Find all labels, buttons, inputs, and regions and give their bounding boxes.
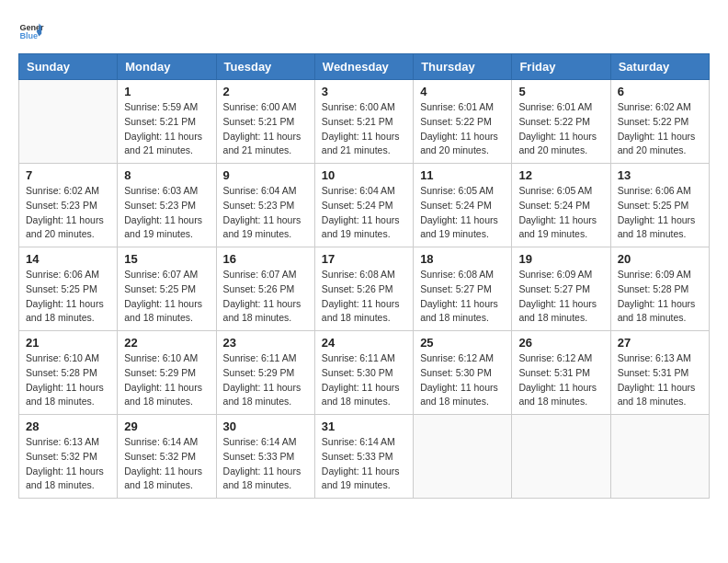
day-cell: 10Sunrise: 6:04 AMSunset: 5:24 PMDayligh… <box>314 164 413 247</box>
day-cell: 14Sunrise: 6:06 AMSunset: 5:25 PMDayligh… <box>19 247 118 331</box>
day-cell: 3Sunrise: 6:00 AMSunset: 5:21 PMDaylight… <box>314 80 413 164</box>
day-number: 21 <box>26 336 110 350</box>
day-cell: 19Sunrise: 6:09 AMSunset: 5:27 PMDayligh… <box>512 247 610 331</box>
day-cell: 6Sunrise: 6:02 AMSunset: 5:22 PMDaylight… <box>610 80 709 164</box>
day-number: 7 <box>26 168 110 182</box>
day-info: Sunrise: 6:09 AMSunset: 5:27 PMDaylight:… <box>518 268 603 326</box>
week-row-3: 14Sunrise: 6:06 AMSunset: 5:25 PMDayligh… <box>19 247 710 331</box>
day-info: Sunrise: 6:12 AMSunset: 5:31 PMDaylight:… <box>518 351 603 409</box>
day-cell: 9Sunrise: 6:04 AMSunset: 5:23 PMDaylight… <box>216 164 314 247</box>
day-info: Sunrise: 6:11 AMSunset: 5:30 PMDaylight:… <box>322 351 406 409</box>
day-cell: 21Sunrise: 6:10 AMSunset: 5:28 PMDayligh… <box>19 331 118 415</box>
day-number: 28 <box>26 419 110 433</box>
day-cell <box>512 415 610 499</box>
day-number: 18 <box>420 252 505 266</box>
day-info: Sunrise: 6:13 AMSunset: 5:31 PMDaylight:… <box>618 351 702 409</box>
header-cell-tuesday: Tuesday <box>216 54 314 80</box>
calendar-body: 1Sunrise: 5:59 AMSunset: 5:21 PMDaylight… <box>19 80 710 499</box>
day-info: Sunrise: 6:04 AMSunset: 5:24 PMDaylight:… <box>322 184 406 242</box>
day-number: 27 <box>618 336 702 350</box>
week-row-2: 7Sunrise: 6:02 AMSunset: 5:23 PMDaylight… <box>19 164 710 247</box>
day-cell: 2Sunrise: 6:00 AMSunset: 5:21 PMDaylight… <box>216 80 314 164</box>
day-cell: 29Sunrise: 6:14 AMSunset: 5:32 PMDayligh… <box>118 415 216 499</box>
day-cell: 28Sunrise: 6:13 AMSunset: 5:32 PMDayligh… <box>19 415 118 499</box>
logo: General Blue <box>18 18 44 44</box>
day-number: 2 <box>223 85 308 98</box>
day-cell: 1Sunrise: 5:59 AMSunset: 5:21 PMDaylight… <box>118 80 216 164</box>
day-info: Sunrise: 6:14 AMSunset: 5:32 PMDaylight:… <box>124 435 209 493</box>
day-number: 1 <box>124 85 209 98</box>
day-number: 16 <box>223 252 308 266</box>
day-number: 24 <box>322 336 406 350</box>
day-number: 10 <box>322 168 406 182</box>
day-info: Sunrise: 6:09 AMSunset: 5:28 PMDaylight:… <box>618 268 702 326</box>
day-number: 11 <box>420 168 505 182</box>
day-info: Sunrise: 6:04 AMSunset: 5:23 PMDaylight:… <box>223 184 308 242</box>
day-cell: 23Sunrise: 6:11 AMSunset: 5:29 PMDayligh… <box>216 331 314 415</box>
day-info: Sunrise: 6:00 AMSunset: 5:21 PMDaylight:… <box>223 100 308 158</box>
header-cell-sunday: Sunday <box>19 54 118 80</box>
week-row-5: 28Sunrise: 6:13 AMSunset: 5:32 PMDayligh… <box>19 415 710 499</box>
day-cell: 13Sunrise: 6:06 AMSunset: 5:25 PMDayligh… <box>610 164 709 247</box>
day-number: 19 <box>518 252 603 266</box>
day-cell <box>19 80 118 164</box>
day-number: 31 <box>322 419 406 433</box>
day-cell: 24Sunrise: 6:11 AMSunset: 5:30 PMDayligh… <box>314 331 413 415</box>
day-number: 14 <box>26 252 110 266</box>
day-number: 22 <box>124 336 209 350</box>
header-cell-monday: Monday <box>118 54 216 80</box>
svg-text:Blue: Blue <box>19 31 38 40</box>
day-cell: 27Sunrise: 6:13 AMSunset: 5:31 PMDayligh… <box>610 331 709 415</box>
day-cell: 8Sunrise: 6:03 AMSunset: 5:23 PMDaylight… <box>118 164 216 247</box>
day-info: Sunrise: 6:07 AMSunset: 5:26 PMDaylight:… <box>223 268 308 326</box>
day-info: Sunrise: 6:13 AMSunset: 5:32 PMDaylight:… <box>26 435 110 493</box>
day-number: 4 <box>420 85 505 98</box>
day-info: Sunrise: 6:08 AMSunset: 5:26 PMDaylight:… <box>322 268 406 326</box>
day-cell: 30Sunrise: 6:14 AMSunset: 5:33 PMDayligh… <box>216 415 314 499</box>
day-info: Sunrise: 6:03 AMSunset: 5:23 PMDaylight:… <box>124 184 209 242</box>
header-row: SundayMondayTuesdayWednesdayThursdayFrid… <box>19 54 710 80</box>
day-info: Sunrise: 6:14 AMSunset: 5:33 PMDaylight:… <box>223 435 308 493</box>
day-number: 12 <box>518 168 603 182</box>
day-cell: 11Sunrise: 6:05 AMSunset: 5:24 PMDayligh… <box>414 164 512 247</box>
day-number: 26 <box>518 336 603 350</box>
day-info: Sunrise: 6:07 AMSunset: 5:25 PMDaylight:… <box>124 268 209 326</box>
day-cell: 16Sunrise: 6:07 AMSunset: 5:26 PMDayligh… <box>216 247 314 331</box>
day-info: Sunrise: 6:14 AMSunset: 5:33 PMDaylight:… <box>322 435 406 493</box>
day-number: 29 <box>124 419 209 433</box>
day-number: 5 <box>518 85 603 98</box>
day-info: Sunrise: 6:06 AMSunset: 5:25 PMDaylight:… <box>26 268 110 326</box>
day-info: Sunrise: 6:05 AMSunset: 5:24 PMDaylight:… <box>420 184 505 242</box>
day-cell: 4Sunrise: 6:01 AMSunset: 5:22 PMDaylight… <box>414 80 512 164</box>
day-cell: 25Sunrise: 6:12 AMSunset: 5:30 PMDayligh… <box>414 331 512 415</box>
day-info: Sunrise: 6:02 AMSunset: 5:22 PMDaylight:… <box>618 100 702 158</box>
day-cell: 20Sunrise: 6:09 AMSunset: 5:28 PMDayligh… <box>610 247 709 331</box>
day-info: Sunrise: 6:10 AMSunset: 5:29 PMDaylight:… <box>124 351 209 409</box>
day-cell: 7Sunrise: 6:02 AMSunset: 5:23 PMDaylight… <box>19 164 118 247</box>
header-cell-saturday: Saturday <box>610 54 709 80</box>
day-info: Sunrise: 6:11 AMSunset: 5:29 PMDaylight:… <box>223 351 308 409</box>
header-cell-wednesday: Wednesday <box>314 54 413 80</box>
day-info: Sunrise: 6:08 AMSunset: 5:27 PMDaylight:… <box>420 268 505 326</box>
day-cell: 31Sunrise: 6:14 AMSunset: 5:33 PMDayligh… <box>314 415 413 499</box>
header-cell-thursday: Thursday <box>414 54 512 80</box>
week-row-1: 1Sunrise: 5:59 AMSunset: 5:21 PMDaylight… <box>19 80 710 164</box>
day-number: 15 <box>124 252 209 266</box>
day-cell: 17Sunrise: 6:08 AMSunset: 5:26 PMDayligh… <box>314 247 413 331</box>
day-info: Sunrise: 6:02 AMSunset: 5:23 PMDaylight:… <box>26 184 110 242</box>
day-cell: 5Sunrise: 6:01 AMSunset: 5:22 PMDaylight… <box>512 80 610 164</box>
calendar-header: SundayMondayTuesdayWednesdayThursdayFrid… <box>19 54 710 80</box>
day-number: 25 <box>420 336 505 350</box>
day-number: 17 <box>322 252 406 266</box>
day-number: 20 <box>618 252 702 266</box>
day-cell <box>610 415 709 499</box>
day-info: Sunrise: 6:06 AMSunset: 5:25 PMDaylight:… <box>618 184 702 242</box>
header-cell-friday: Friday <box>512 54 610 80</box>
day-cell: 26Sunrise: 6:12 AMSunset: 5:31 PMDayligh… <box>512 331 610 415</box>
day-number: 6 <box>618 85 702 98</box>
day-cell: 18Sunrise: 6:08 AMSunset: 5:27 PMDayligh… <box>414 247 512 331</box>
day-info: Sunrise: 6:10 AMSunset: 5:28 PMDaylight:… <box>26 351 110 409</box>
day-cell: 15Sunrise: 6:07 AMSunset: 5:25 PMDayligh… <box>118 247 216 331</box>
day-number: 3 <box>322 85 406 98</box>
day-cell <box>414 415 512 499</box>
